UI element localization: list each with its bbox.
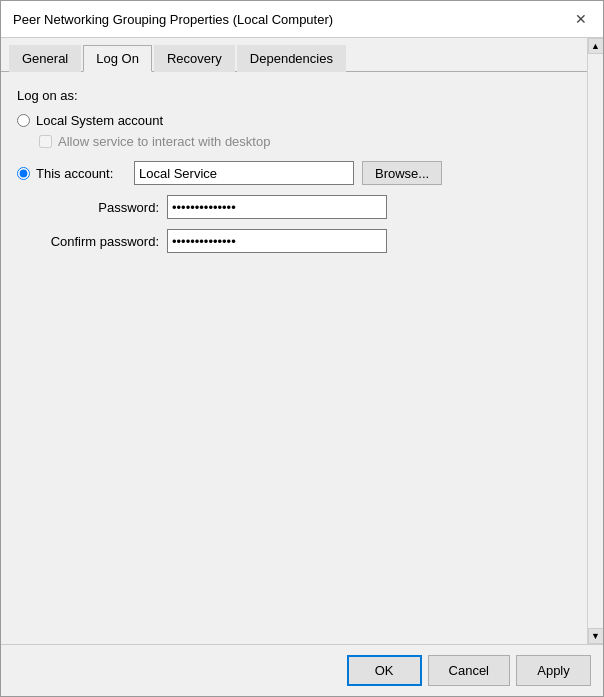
local-system-row: Local System account <box>17 113 587 128</box>
tab-logon[interactable]: Log On <box>83 45 152 72</box>
tab-general[interactable]: General <box>9 45 81 72</box>
confirm-password-row: Confirm password: <box>39 229 587 253</box>
allow-desktop-checkbox[interactable] <box>39 135 52 148</box>
confirm-password-input[interactable] <box>167 229 387 253</box>
this-account-row: This account: Browse... <box>17 161 587 185</box>
logon-as-label: Log on as: <box>17 88 587 103</box>
tab-content: Log on as: Local System account Allow se… <box>1 72 603 644</box>
window-title: Peer Networking Grouping Properties (Loc… <box>13 12 333 27</box>
close-button[interactable]: ✕ <box>571 9 591 29</box>
this-account-radio[interactable] <box>17 167 30 180</box>
allow-desktop-row: Allow service to interact with desktop <box>39 134 587 149</box>
title-bar: Peer Networking Grouping Properties (Loc… <box>1 1 603 38</box>
password-row: Password: <box>39 195 587 219</box>
dialog-window: Peer Networking Grouping Properties (Loc… <box>0 0 604 697</box>
allow-desktop-label: Allow service to interact with desktop <box>58 134 270 149</box>
password-input[interactable] <box>167 195 387 219</box>
apply-button[interactable]: Apply <box>516 655 591 686</box>
scroll-up-arrow[interactable]: ▲ <box>588 38 604 54</box>
confirm-password-label: Confirm password: <box>39 234 159 249</box>
tab-dependencies[interactable]: Dependencies <box>237 45 346 72</box>
scroll-down-arrow[interactable]: ▼ <box>588 628 604 644</box>
scrollbar: ▲ ▼ <box>587 38 603 644</box>
dialog-footer: OK Cancel Apply <box>1 644 603 696</box>
browse-button[interactable]: Browse... <box>362 161 442 185</box>
password-label: Password: <box>39 200 159 215</box>
tab-bar: General Log On Recovery Dependencies <box>1 38 603 72</box>
dialog-inner: General Log On Recovery Dependencies Log… <box>1 38 603 644</box>
tab-recovery[interactable]: Recovery <box>154 45 235 72</box>
cancel-button[interactable]: Cancel <box>428 655 510 686</box>
this-account-label: This account: <box>36 166 126 181</box>
ok-button[interactable]: OK <box>347 655 422 686</box>
this-account-input[interactable] <box>134 161 354 185</box>
local-system-label: Local System account <box>36 113 163 128</box>
local-system-radio[interactable] <box>17 114 30 127</box>
